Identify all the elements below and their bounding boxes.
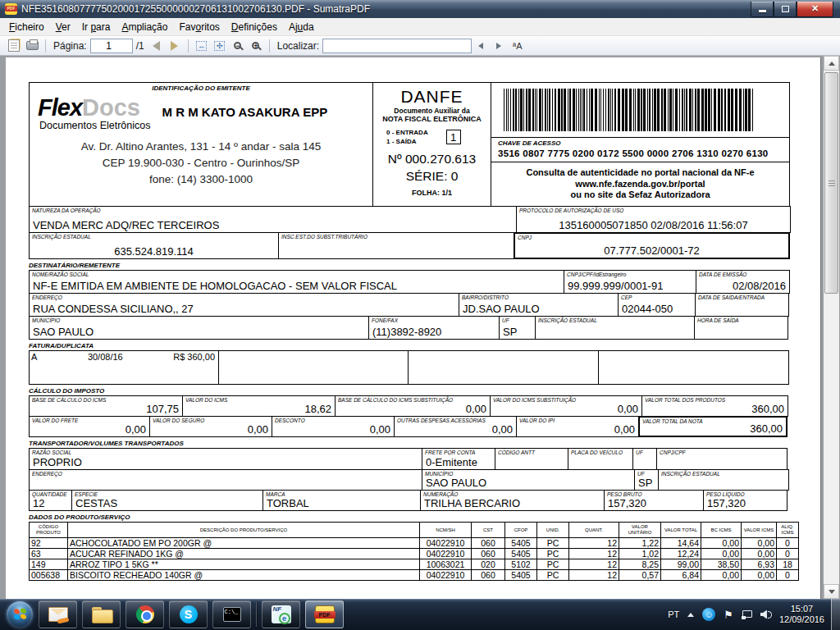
produto-cell: PC <box>536 569 569 581</box>
clock[interactable]: 15:07 12/09/2016 <box>779 604 824 625</box>
taskbar-explorer-button[interactable] <box>82 600 121 628</box>
produto-cell: 8,25 <box>619 559 661 570</box>
restore-button[interactable] <box>774 2 797 17</box>
danfe-box: DANFE Documento Auxiliar da NOTA FISCAL … <box>372 82 491 207</box>
consulta-autenticidade: Consulta de autenticidade no portal naci… <box>491 162 789 201</box>
field-vol-peso-liquido: PESO LÍQUIDO157,320 <box>703 490 788 511</box>
field-transp-frete: FRETE POR CONTA0-Emitente <box>422 448 495 470</box>
start-button[interactable] <box>3 600 36 629</box>
produtos-header-cell: BC ICMS <box>701 522 742 538</box>
nf-folha: FOLHA: 1/1 <box>373 189 491 197</box>
produto-cell: 0,00 <box>741 548 777 559</box>
page-input[interactable] <box>90 39 133 53</box>
fit-page-button[interactable]: ✣ <box>211 38 229 54</box>
menu-bar: FicheiroVerIr paraAmpliaçãoFavoritosDefi… <box>0 18 840 36</box>
produto-cell: 92 <box>29 537 68 549</box>
menu-favoritos[interactable]: Favoritos <box>173 19 225 35</box>
field-natureza: NATUREZA DA OPERAÇÃOVENDA MERC ADQ/REC T… <box>29 206 517 233</box>
print-button[interactable] <box>23 38 41 54</box>
vertical-scrollbar[interactable] <box>824 56 839 599</box>
produto-row: 149ARROZ TIPO 1 5KG **100630210205102PC1… <box>29 559 808 570</box>
menu-ajuda[interactable]: Ajuda <box>283 19 320 35</box>
zoom-in-icon: + <box>252 42 259 49</box>
field-dest-hora: HORA DE SAÍDA <box>694 316 788 340</box>
field-row: BASE DE CÁLCULO DO ICMS107,75VALOR DO IC… <box>29 395 792 417</box>
produto-cell: ACUCAR REFINADO 1KG @ <box>67 548 420 559</box>
taskbar-chrome-button[interactable] <box>126 600 164 628</box>
match-case-icon[interactable]: ªA <box>513 41 522 51</box>
open-file-button[interactable] <box>5 38 23 54</box>
produto-cell: 04022910 <box>419 569 472 581</box>
produtos-header-cell: CÓDIGO PRODUTO <box>29 522 68 538</box>
next-page-button[interactable] <box>166 38 184 54</box>
produto-cell: 14,64 <box>660 537 701 549</box>
produto-cell: 18 <box>776 559 799 570</box>
scroll-up-button[interactable] <box>824 56 839 71</box>
tray-app-icon[interactable]: ☺ <box>702 608 715 621</box>
produto-cell: 0,00 <box>741 569 777 581</box>
field-insc-subst: INSC.EST.DO SUBST.TRIBUTÁRIO <box>278 232 514 259</box>
menu-ficheiro[interactable]: Ficheiro <box>3 19 50 35</box>
produto-cell: 0,57 <box>619 569 661 581</box>
show-desktop-button[interactable] <box>831 599 840 630</box>
taskbar-skype-button[interactable]: S <box>169 600 208 628</box>
zoom-out-button[interactable]: − <box>229 38 247 54</box>
menu-ver[interactable]: Ver <box>50 19 76 35</box>
produto-cell: 0 <box>776 537 799 549</box>
produtos-header-cell: QUANT. <box>568 522 619 538</box>
produto-cell: 6,84 <box>660 569 701 581</box>
document-area: IDENTIFICAÇÃO DO EMITENTE FlexDocs Docum… <box>0 56 840 599</box>
field-dest-saida: DATA DE SAÍDA/ENTRADA <box>695 293 789 317</box>
produtos-header-cell: VALOR TOTAL <box>660 522 701 538</box>
taskbar-cmd-button[interactable]: C:\_ <box>212 600 251 628</box>
field-transp-uf2: UFSP <box>634 469 659 491</box>
field-transp-municipio: MUNICÍPIOSAO PAULO <box>422 469 635 491</box>
menu-ir-para[interactable]: Ir para <box>76 19 116 35</box>
field-total-nota: VALOR TOTAL DA NOTA360,00 <box>638 416 788 437</box>
scroll-down-button[interactable] <box>824 584 839 599</box>
produto-row: 92ACHOCOLATADO EM PO 200GR @040229100605… <box>29 537 808 549</box>
produtos-header-cell: NCM/SH <box>419 522 472 538</box>
field-frete: VALOR DO FRETE0,00 <box>29 416 150 437</box>
section-imposto: CÁLCULO DO IMPOSTO <box>29 387 820 395</box>
menu-amplia-o[interactable]: Ampliação <box>116 19 173 35</box>
next-page-icon <box>171 41 178 51</box>
section-fatura: FATURA/DUPLICATA <box>29 342 820 349</box>
chave-acesso-box: CHAVE DE ACESSO 3516 0807 7775 0200 0172… <box>491 137 789 162</box>
language-indicator[interactable]: PT <box>668 609 679 619</box>
fatura-box: A 30/08/16 R$ 360,00 <box>29 350 792 385</box>
minimize-button[interactable] <box>751 2 774 17</box>
produto-cell: 020 <box>471 559 505 570</box>
network-icon[interactable] <box>742 610 752 619</box>
action-center-flag-icon[interactable]: ⚑ <box>724 609 733 621</box>
fatura-cell: A 30/08/16 R$ 360,00 <box>29 350 219 385</box>
find-prev-button[interactable] <box>472 38 490 54</box>
fit-width-button[interactable]: ↔ <box>193 38 211 54</box>
produto-cell: ARROZ TIPO 1 5KG ** <box>67 559 420 570</box>
zoom-in-button[interactable]: + <box>247 38 265 54</box>
produto-cell: 0 <box>776 569 799 581</box>
tipo-nf-box: 1 <box>446 130 461 144</box>
taskbar-nfe-button[interactable]: NFe <box>262 600 300 628</box>
find-input[interactable] <box>322 39 472 53</box>
field-row: RAZÃO SOCIALPROPRIOFRETE POR CONTA0-Emit… <box>29 448 792 470</box>
fit-page-icon: ✣ <box>214 41 225 51</box>
field-dest-fone: FONE/FAX(11)3892-8920 <box>368 316 500 340</box>
show-hidden-icons-button[interactable] <box>687 613 694 617</box>
produto-cell: 12 <box>568 559 619 570</box>
find-next-button[interactable] <box>490 38 508 54</box>
menu-defini-es[interactable]: Definições <box>226 19 283 35</box>
produtos-header-cell: DESCRIÇÃO DO PRODUTO/SERVIÇO <box>67 522 420 538</box>
prev-page-button[interactable] <box>148 38 166 54</box>
field-row: VALOR DO FRETE0,00VALOR DO SEGURO0,00DES… <box>29 416 792 437</box>
taskbar-mail-button[interactable] <box>39 600 77 628</box>
taskbar-sumatrapdf-button[interactable] <box>305 600 344 628</box>
scrollbar-thumb[interactable] <box>824 72 838 294</box>
close-button[interactable]: ✕ <box>797 2 833 17</box>
field-cnpj: CNPJ07.777.502/0001-72 <box>514 232 790 259</box>
find-next-icon <box>496 43 501 49</box>
command-prompt-icon: C:\_ <box>223 607 241 622</box>
field-vol-qtd: QUANTIDADE12 <box>29 490 72 511</box>
emitente-box: IDENTIFICAÇÃO DO EMITENTE FlexDocs Docum… <box>29 82 373 207</box>
volume-icon[interactable] <box>760 610 772 619</box>
